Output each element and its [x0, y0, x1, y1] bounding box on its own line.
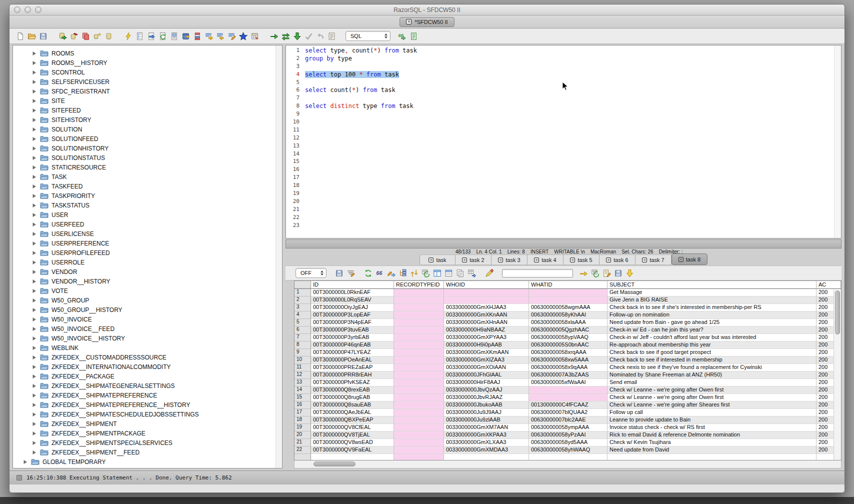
cell-whoid[interactable]: 0033000000GmXKmAAN: [444, 349, 529, 356]
results-search-input[interactable]: [502, 269, 573, 278]
cell-whatid[interactable]: 00630000007blQUAA2: [529, 409, 608, 416]
cell-recordtypeid[interactable]: [394, 432, 444, 439]
disclosure-triangle-icon[interactable]: [32, 174, 36, 180]
cell-id[interactable]: 00T3000000P47LYEAZ: [311, 349, 394, 356]
tree-item-taskstatus[interactable]: TASKSTATUS: [13, 200, 282, 210]
cell-whatid[interactable]: [529, 386, 608, 394]
cell-id[interactable]: 00T3000000P46qnEAB: [311, 342, 394, 349]
tree-item-taskpriority[interactable]: TASKPRIORITY: [13, 191, 282, 200]
cell-subject[interactable]: Nominated by Shane Freeman at ANZ (HR50): [608, 372, 816, 379]
create-object-icon[interactable]: [92, 30, 103, 42]
tree-item-task[interactable]: TASK: [13, 172, 282, 182]
cell-whatid[interactable]: 006300000058xrqAAA: [529, 349, 608, 356]
disclosure-triangle-icon[interactable]: [32, 412, 36, 417]
results-tab-task-4[interactable]: task 4: [528, 254, 564, 265]
table-row[interactable]: 1800T3000000QBXPeEAP0033000000Ju9zlAAB00…: [294, 416, 841, 424]
cell-whoid[interactable]: [444, 289, 529, 296]
cell-recordtypeid[interactable]: [394, 372, 444, 379]
cell-whatid[interactable]: 006300000058yPzAAI: [529, 432, 608, 439]
attributes-list-icon[interactable]: [408, 30, 420, 42]
table-row[interactable]: 900T3000000P47LYEAZ0033000000GmXKmAAN006…: [294, 349, 841, 356]
tree-item-userprofilefeed[interactable]: USERPROFILEFEED: [13, 248, 282, 258]
disclosure-triangle-icon[interactable]: [32, 80, 36, 84]
cell-recordtypeid[interactable]: [394, 319, 444, 326]
disclosure-triangle-icon[interactable]: [32, 184, 36, 189]
disconnect-database-icon[interactable]: [68, 30, 80, 42]
tree-item-zkfedex-customaddresssource[interactable]: ZKFEDEX__CUSTOMADDRESSSOURCE: [13, 352, 282, 362]
import-data-icon[interactable]: [157, 30, 168, 42]
download-column-icon[interactable]: [624, 268, 636, 279]
cell-recordtypeid[interactable]: [394, 296, 444, 304]
sql-editor[interactable]: 1234567891011121314151617181920212223 se…: [286, 45, 842, 238]
disclosure-triangle-icon[interactable]: [32, 165, 36, 170]
copy-rows-icon[interactable]: [454, 268, 466, 279]
tree-item-zkfedex-internationalcommodity[interactable]: ZKFEDEX__INTERNATIONALCOMMODITY: [13, 362, 282, 372]
view-document-icon[interactable]: [168, 30, 180, 42]
results-tab-task-2[interactable]: task 2: [456, 254, 492, 265]
cell-whoid[interactable]: 0033000000JbvQzAAJ: [444, 386, 529, 394]
cell-recordtypeid[interactable]: [394, 312, 444, 319]
save-results-icon[interactable]: [334, 268, 345, 279]
table-row[interactable]: 500T3000000P3N4pEAF0033000000GmXHnAAN006…: [294, 319, 841, 326]
table-row[interactable]: 1600T3000000Q8sauEAB0033000000JbukoAAB00…: [294, 402, 841, 409]
cell-whatid[interactable]: [529, 289, 608, 296]
code-line-6[interactable]: select count(*) from task: [303, 86, 841, 94]
table-row[interactable]: 200T3000000L0RqSEAVGive Jenn a BIG RAISE…: [294, 296, 841, 304]
disclosure-triangle-icon[interactable]: [32, 440, 36, 446]
edit-record-icon[interactable]: [386, 268, 397, 279]
view-log-icon[interactable]: [326, 30, 338, 42]
tree-item-zkfedex-shipment[interactable]: ZKFEDEX__SHIPMENT: [13, 419, 282, 428]
disclosure-triangle-icon[interactable]: [32, 279, 36, 284]
tree-view-icon[interactable]: [397, 268, 408, 279]
disclosure-triangle-icon[interactable]: [32, 51, 36, 56]
page-view-icon[interactable]: [443, 268, 454, 279]
refresh-table-icon[interactable]: [590, 268, 601, 279]
table-row[interactable]: 600T3000000P3tuvEAB0033000000H9aNBAAZ006…: [294, 326, 841, 334]
cell-whoid[interactable]: 0033000000GmXHJAA3: [444, 304, 529, 312]
cell-whoid[interactable]: 0033000000JbvRJAAZ: [444, 394, 529, 402]
cell-id[interactable]: 00T3000000QV8wsEAD: [311, 439, 394, 446]
disclosure-triangle-icon[interactable]: [32, 393, 36, 398]
close-results-tab-icon[interactable]: [570, 258, 575, 262]
connect-database-icon[interactable]: [57, 30, 68, 42]
code-line-20[interactable]: [303, 198, 841, 206]
disclosure-triangle-icon[interactable]: [32, 374, 36, 379]
tree-item-scontrol[interactable]: SCONTROL: [13, 68, 282, 77]
refresh-results-icon[interactable]: [362, 268, 374, 279]
cell-whoid[interactable]: 0033000000GmXM7AAN: [444, 424, 529, 432]
disclosure-triangle-icon[interactable]: [32, 212, 36, 218]
table-row[interactable]: 1000T3000000POeAnEAL0033000000GmXIZAA300…: [294, 356, 841, 364]
execute-sql-icon[interactable]: [203, 30, 214, 42]
cell-id[interactable]: 00T3000000QAeJbEAL: [311, 409, 394, 416]
cell-recordtypeid[interactable]: [394, 402, 444, 409]
cell-subject[interactable]: Check w/ Leanne - we're going after Owen…: [608, 394, 816, 402]
disclosure-triangle-icon[interactable]: [32, 60, 36, 66]
cell-whoid[interactable]: 0033000000GmXHnAAN: [444, 319, 529, 326]
disclosure-triangle-icon[interactable]: [32, 146, 36, 151]
cell-id[interactable]: 00T3000000QV8TjEAL: [311, 432, 394, 439]
cell-subject[interactable]: Need update from Bain - gave go ahead 1/…: [608, 319, 816, 326]
cell-id[interactable]: 00T3000000PREZaEAP: [311, 364, 394, 372]
cell-subject[interactable]: Check nexis to see if they've found a re…: [608, 364, 816, 372]
cell-subject[interactable]: Invoice status check - check w/ RS first: [608, 424, 816, 432]
cell-recordtypeid[interactable]: [394, 416, 444, 424]
close-results-tab-icon[interactable]: [678, 257, 684, 262]
cell-subject[interactable]: Check back in to see if she's interested…: [608, 304, 816, 312]
close-window-button[interactable]: [14, 6, 20, 13]
sql-code-area[interactable]: select type, count(*) from taskgroup by …: [303, 46, 841, 238]
code-line-17[interactable]: [303, 174, 841, 182]
edit-sql-icon[interactable]: [226, 30, 238, 42]
cell-subject[interactable]: Check-in w/ Ed - can he join this year?: [608, 326, 816, 334]
table-row[interactable]: 2200T3000000QV9FaEAL0033000000GmXMDAA300…: [294, 446, 841, 454]
cell-id[interactable]: 00T3000000P3N4pEAF: [311, 319, 394, 326]
tree-item-weblink[interactable]: WEBLINK: [13, 343, 282, 352]
cell-recordtypeid[interactable]: [394, 334, 444, 342]
results-tab-task-8[interactable]: task 8: [672, 254, 708, 265]
disclosure-triangle-icon[interactable]: [32, 422, 36, 426]
cell-whoid[interactable]: 0033000000JbukoAAB: [444, 402, 529, 409]
tree-item-vote[interactable]: VOTE: [13, 286, 282, 296]
cell-whoid[interactable]: 0033000000GmXKnAAN: [444, 312, 529, 319]
table-row[interactable]: 1100T3000000PREZaEAP0033000000GmXOiAAN00…: [294, 364, 841, 372]
grid-vertical-scrollbar-thumb[interactable]: [835, 290, 840, 334]
disclosure-triangle-icon[interactable]: [32, 364, 36, 370]
